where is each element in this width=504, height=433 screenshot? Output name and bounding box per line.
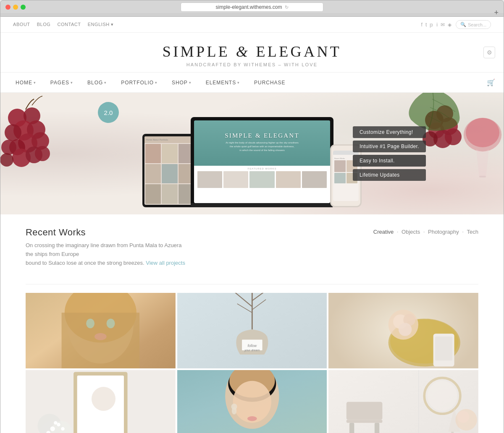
browser-window: simple-elegant.withemes.com ↻ + (0, 0, 504, 17)
email-icon[interactable]: ✉ (441, 22, 445, 28)
nav-elements[interactable]: ELEMENTS ▾ (199, 74, 247, 91)
search-box[interactable]: 🔍 Search... (456, 20, 491, 29)
portfolio-filters: Creative • Objects • Photography • Tech (373, 229, 478, 235)
recent-works-header: Recent Works On crossing the imaginary l… (26, 227, 478, 267)
svg-point-11 (0, 153, 13, 167)
search-icon: 🔍 (460, 22, 466, 27)
portfolio-item-image-4 (26, 370, 176, 433)
recent-works-info: Recent Works On crossing the imaginary l… (26, 227, 185, 267)
portfolio-item-image-6 (328, 370, 478, 433)
add-tab-button[interactable]: + (494, 9, 499, 16)
nav-home[interactable]: HOME ▾ (9, 74, 43, 91)
pinterest-icon[interactable]: 𝕡 (430, 22, 433, 28)
svg-point-80 (428, 381, 457, 411)
laptop-title: SIMPLE & ELEGANT (225, 132, 299, 139)
top-bar: ABOUT BLOG CONTACT ENGLISH ▾ f t 𝕡 i ✉ ◈… (0, 17, 504, 33)
portfolio-item-6[interactable] (328, 370, 478, 433)
svg-rect-78 (346, 402, 383, 420)
blog-link[interactable]: BLOG (37, 22, 51, 27)
svg-point-70 (231, 407, 236, 415)
svg-text:follow: follow (247, 344, 257, 348)
devices-mockup: Home About Portfolio (142, 117, 362, 207)
maximize-button[interactable] (21, 5, 26, 10)
feature-btn-install[interactable]: Easy to Install. (353, 155, 426, 167)
logo-part2: ELEGANT (256, 43, 341, 60)
svg-point-59 (57, 423, 60, 427)
nav-pages[interactable]: PAGES ▾ (44, 74, 80, 91)
portfolio-item-1[interactable] (26, 293, 176, 368)
tablet-mockup: Home About Portfolio (142, 134, 197, 207)
logo-subtitle: HANDCRAFTED BY WITHEMES – WITH LOVE (0, 62, 504, 67)
featured-works-label: FEATURED WORKS (197, 167, 327, 170)
main-navigation: HOME ▾ PAGES ▾ BLOG ▾ PORTFOLIO ▾ SHOP ▾… (0, 72, 504, 93)
instagram-icon[interactable]: i (436, 22, 438, 28)
feature-btn-builder[interactable]: Intuitive #1 Page Builder. (353, 141, 426, 152)
tab-bar (0, 13, 504, 16)
portfolio-item-image-5 (177, 370, 327, 433)
rss-icon[interactable]: ◈ (448, 22, 452, 28)
logo-part1: SIMPLE (163, 43, 230, 60)
logo-title: SIMPLE & ELEGANT (0, 43, 504, 60)
svg-point-83 (457, 411, 470, 423)
close-button[interactable] (5, 5, 10, 10)
language-selector[interactable]: ENGLISH ▾ (88, 22, 114, 27)
nav-blog[interactable]: BLOG ▾ (81, 74, 113, 91)
nav-portfolio[interactable]: PORTFOLIO ▾ (114, 74, 164, 91)
laptop-mockup: SIMPLE & ELEGANT At night the body of cl… (191, 117, 333, 207)
svg-point-28 (86, 319, 94, 329)
recent-works-section: Recent Works On crossing the imaginary l… (0, 214, 504, 284)
svg-rect-50 (435, 337, 452, 361)
view-all-link[interactable]: View all projects (146, 260, 185, 266)
works-divider (26, 284, 478, 284)
version-badge: 2.0 (98, 102, 119, 123)
svg-rect-74 (418, 370, 419, 433)
minimize-button[interactable] (13, 5, 18, 10)
nav-shop[interactable]: SHOP ▾ (165, 74, 198, 91)
contact-link[interactable]: CONTACT (57, 22, 81, 27)
filter-objects[interactable]: Objects (402, 229, 420, 235)
nav-purchase[interactable]: PURCHASE (247, 74, 292, 91)
svg-rect-27 (62, 313, 139, 369)
url-text: simple-elegant.withemes.com (215, 4, 282, 10)
url-bar[interactable]: simple-elegant.withemes.com ↻ (181, 3, 323, 12)
portfolio-grid: follow your dream (0, 293, 504, 433)
portfolio-item-image-2: follow your dream (177, 293, 327, 368)
feature-btn-customize[interactable]: Customize Everything! (353, 126, 426, 138)
svg-point-61 (61, 427, 65, 431)
svg-point-58 (50, 427, 55, 431)
svg-rect-77 (375, 423, 379, 433)
facebook-icon[interactable]: f (421, 22, 423, 28)
portfolio-item-4[interactable] (26, 370, 176, 433)
portfolio-item-image-3 (328, 293, 478, 368)
top-bar-right: f t 𝕡 i ✉ ◈ 🔍 Search... (421, 20, 491, 29)
svg-point-48 (399, 323, 412, 336)
feature-buttons: Customize Everything! Intuitive #1 Page … (353, 126, 426, 181)
svg-point-14 (466, 118, 499, 147)
filter-tech[interactable]: Tech (467, 229, 478, 235)
website-content: ABOUT BLOG CONTACT ENGLISH ▾ f t 𝕡 i ✉ ◈… (0, 17, 504, 433)
settings-icon[interactable]: ⚙ (483, 47, 495, 58)
svg-point-54 (92, 387, 116, 411)
filter-photography[interactable]: Photography (428, 229, 459, 235)
filter-creative[interactable]: Creative (373, 229, 394, 235)
top-bar-links: ABOUT BLOG CONTACT ENGLISH ▾ (13, 22, 114, 27)
svg-point-71 (247, 416, 257, 421)
portfolio-item-3[interactable] (328, 293, 478, 368)
logo-area: SIMPLE & ELEGANT HANDCRAFTED BY WITHEMES… (0, 33, 504, 72)
reload-icon[interactable]: ↻ (285, 5, 289, 10)
window-controls (5, 5, 26, 10)
cart-icon[interactable]: 🛒 (478, 73, 495, 92)
svg-rect-76 (349, 423, 354, 433)
svg-point-62 (54, 421, 58, 425)
laptop-body-text: At night the body of clouds advancing hi… (217, 139, 307, 154)
twitter-icon[interactable]: t (425, 22, 427, 28)
portfolio-item-image-1 (26, 293, 176, 368)
svg-text:your dream: your dream (244, 349, 260, 352)
svg-point-12 (35, 146, 50, 161)
svg-rect-15 (479, 176, 486, 177)
feature-btn-updates[interactable]: Lifetime Updates (353, 169, 426, 181)
about-link[interactable]: ABOUT (13, 22, 30, 27)
svg-point-29 (107, 319, 115, 329)
portfolio-item-2[interactable]: follow your dream (177, 293, 327, 368)
portfolio-item-5[interactable] (177, 370, 327, 433)
